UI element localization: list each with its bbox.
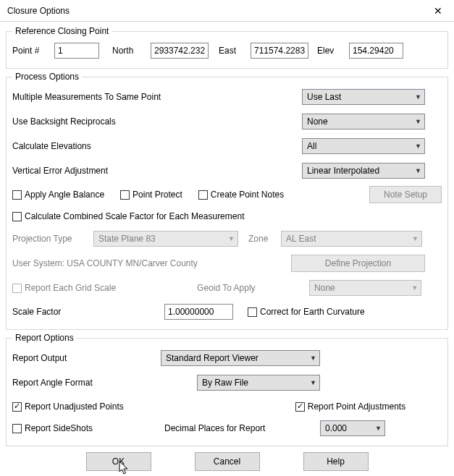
check-icon (297, 403, 303, 411)
zone-label: Zone (248, 234, 281, 244)
multi-meas-select[interactable]: Use Last ▼ (302, 89, 425, 105)
report-output-label: Report Output (12, 353, 161, 363)
report-output-select[interactable]: Standard Report Viewer ▼ (161, 350, 320, 366)
create-point-notes-checkbox[interactable]: Create Point Notes (198, 190, 284, 200)
dialog-content: Reference Closing Point Point # North Ea… (0, 22, 454, 476)
decimal-places-value: 0.000 (325, 423, 347, 433)
cancel-button[interactable]: Cancel (195, 452, 260, 471)
decimal-places-select[interactable]: 0.000 ▼ (320, 420, 385, 436)
correct-curvature-checkbox[interactable]: Correct for Earth Curvature (248, 307, 365, 317)
process-options-legend: Process Options (12, 72, 82, 82)
elev-input[interactable] (349, 43, 403, 59)
point-protect-checkbox[interactable]: Point Protect (120, 190, 182, 200)
angle-format-select[interactable]: By Raw File ▼ (197, 375, 320, 391)
multi-meas-value: Use Last (307, 92, 341, 102)
report-point-adjust-checkbox[interactable]: Report Point Adjustments (295, 401, 405, 412)
east-label: East (219, 46, 245, 56)
report-options-group: Report Options Report Output Standard Re… (6, 333, 448, 446)
correct-curvature-label: Correct for Earth Curvature (260, 307, 365, 317)
angle-format-label: Report Angle Format (12, 378, 197, 388)
geoid-select: None ▼ (309, 280, 421, 296)
decimal-places-label: Decimal Places for Report (164, 423, 320, 433)
projection-type-label: Projection Type (12, 234, 93, 244)
chevron-down-icon: ▼ (310, 379, 316, 386)
north-input[interactable] (151, 43, 209, 59)
report-each-grid-checkbox: Report Each Grid Scale (12, 283, 116, 293)
projection-type-value: State Plane 83 (98, 234, 156, 244)
chevron-down-icon: ▼ (228, 235, 235, 242)
vert-err-label: Vertical Error Adjustment (12, 166, 302, 176)
multi-meas-label: Multiple Measurements To Same Point (12, 92, 302, 102)
ok-button[interactable]: OK (86, 452, 151, 471)
backsight-value: None (307, 116, 328, 127)
report-each-grid-label: Report Each Grid Scale (25, 283, 116, 293)
zone-value: AL East (286, 234, 316, 244)
define-projection-button: Define Projection (291, 255, 425, 272)
projection-type-select: State Plane 83 ▼ (93, 231, 238, 247)
report-unadjusted-label: Report Unadjusted Points (25, 401, 124, 412)
close-icon[interactable]: ✕ (421, 0, 454, 22)
note-setup-button: Note Setup (369, 186, 442, 203)
reference-closing-point-group: Reference Closing Point Point # North Ea… (6, 26, 448, 69)
calc-elev-label: Calculate Elevations (12, 141, 302, 151)
chevron-down-icon: ▼ (411, 284, 418, 292)
chevron-down-icon: ▼ (415, 118, 421, 125)
vert-err-value: Linear Interpolated (307, 166, 379, 176)
geoid-value: None (314, 283, 335, 293)
north-label: North (112, 46, 145, 56)
calc-combined-label: Calculate Combined Scale Factor for Each… (25, 211, 244, 221)
chevron-down-icon: ▼ (375, 425, 382, 432)
process-options-group: Process Options Multiple Measurements To… (6, 72, 448, 330)
backsight-label: Use Backsight Reciprocals (12, 116, 302, 127)
angle-format-value: By Raw File (202, 378, 248, 388)
calc-elev-select[interactable]: All ▼ (302, 138, 425, 154)
backsight-select[interactable]: None ▼ (302, 114, 425, 129)
apply-angle-balance-label: Apply Angle Balance (25, 190, 104, 200)
check-icon (14, 403, 20, 411)
scale-factor-label: Scale Factor (12, 307, 164, 317)
chevron-down-icon: ▼ (415, 167, 421, 174)
report-sideshots-label: Report SideShots (25, 423, 93, 433)
elev-label: Elev (317, 46, 343, 56)
geoid-label: Geoid To Apply (197, 283, 309, 293)
report-output-value: Standard Report Viewer (166, 353, 258, 363)
window-title: Closure Options (7, 6, 70, 16)
scale-factor-input[interactable] (164, 304, 233, 320)
point-number-input[interactable] (54, 43, 99, 59)
east-input[interactable] (251, 43, 308, 59)
chevron-down-icon: ▼ (415, 93, 421, 101)
point-protect-label: Point Protect (133, 190, 182, 200)
chevron-down-icon: ▼ (310, 354, 316, 362)
chevron-down-icon: ▼ (412, 235, 419, 242)
report-sideshots-checkbox[interactable]: Report SideShots (12, 423, 164, 433)
user-system-label: User System: USA COUNTY MN/Carver County (12, 258, 291, 268)
help-button[interactable]: Help (303, 452, 369, 471)
point-number-label: Point # (12, 46, 49, 56)
report-options-legend: Report Options (12, 333, 77, 343)
apply-angle-balance-checkbox[interactable]: Apply Angle Balance (12, 190, 104, 200)
report-unadjusted-checkbox[interactable]: Report Unadjusted Points (12, 401, 124, 412)
create-point-notes-label: Create Point Notes (211, 190, 284, 200)
dialog-buttons: OK Cancel Help (6, 452, 448, 471)
calc-elev-value: All (307, 141, 316, 151)
zone-select: AL East ▼ (281, 231, 422, 247)
titlebar: Closure Options ✕ (0, 0, 454, 22)
chevron-down-icon: ▼ (415, 143, 421, 150)
reference-closing-legend: Reference Closing Point (12, 26, 112, 36)
report-point-adjust-label: Report Point Adjustments (308, 401, 405, 412)
vert-err-select[interactable]: Linear Interpolated ▼ (302, 163, 425, 179)
calc-combined-checkbox[interactable]: Calculate Combined Scale Factor for Each… (12, 211, 244, 221)
